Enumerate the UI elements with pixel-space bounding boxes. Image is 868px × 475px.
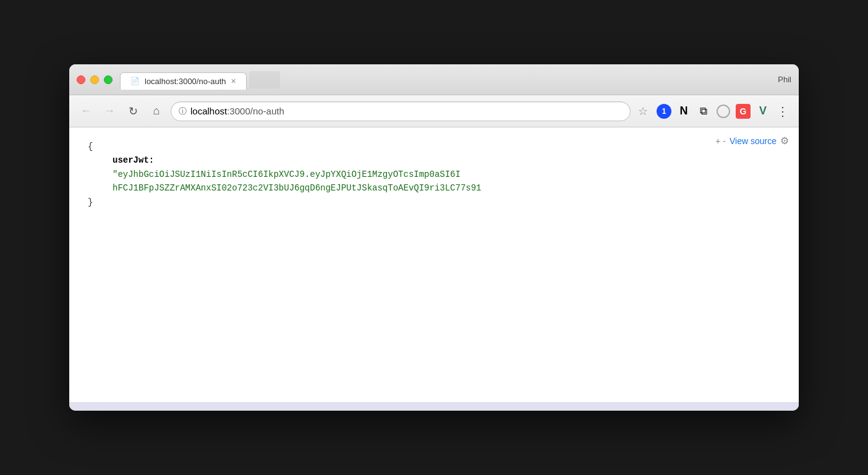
- circle-extension[interactable]: [715, 103, 732, 120]
- json-key: userJwt:: [113, 153, 154, 167]
- url-display: localhost:3000/no-auth: [190, 106, 623, 116]
- settings-icon[interactable]: ⚙: [780, 135, 789, 147]
- browser-window: 📄 localhost:3000/no-auth × Phil ← → ↻ ⌂ …: [69, 64, 799, 411]
- star-icon: ☆: [638, 105, 648, 118]
- active-tab[interactable]: 📄 localhost:3000/no-auth ×: [120, 72, 247, 90]
- grammarly-extension[interactable]: G: [734, 103, 752, 120]
- new-tab-ghost: [249, 71, 280, 88]
- home-icon: ⌂: [153, 105, 160, 118]
- nav-bar: ← → ↻ ⌂ ⓘ localhost:3000/no-auth ☆ 1 N: [69, 95, 799, 127]
- notion-icon: N: [680, 105, 688, 118]
- title-bar: 📄 localhost:3000/no-auth × Phil: [69, 64, 799, 95]
- more-menu-button[interactable]: ⋮: [774, 103, 791, 120]
- tab-title: localhost:3000/no-auth: [145, 77, 226, 86]
- tab-close-button[interactable]: ×: [231, 77, 236, 85]
- url-path: :3000/no-auth: [227, 106, 284, 116]
- json-toolbar: + - View source ⚙: [715, 135, 789, 147]
- collapse-icon: -: [723, 136, 726, 146]
- expand-icon[interactable]: +: [715, 136, 720, 146]
- refresh-button[interactable]: ↻: [124, 102, 142, 121]
- notion-extension[interactable]: N: [675, 103, 692, 120]
- copy-icon: ⧉: [700, 105, 707, 118]
- 1password-icon: 1: [657, 104, 671, 119]
- traffic-lights: [77, 75, 113, 84]
- back-icon: ←: [80, 105, 91, 118]
- tab-bar: 📄 localhost:3000/no-auth ×: [120, 71, 778, 88]
- json-open-brace-line: {: [88, 140, 780, 153]
- copy-extension[interactable]: ⧉: [695, 103, 712, 120]
- info-icon: ⓘ: [179, 106, 187, 117]
- grammarly-icon: G: [736, 104, 751, 119]
- view-source-button[interactable]: View source: [730, 136, 777, 146]
- minimize-button[interactable]: [90, 75, 99, 84]
- jwt-value-line1: "eyJhbGciOiJSUzI1NiIsInR5cCI6IkpXVCJ9.ey…: [113, 168, 461, 181]
- forward-icon: →: [104, 105, 115, 118]
- horizontal-scrollbar[interactable]: [69, 402, 799, 411]
- vimium-extension[interactable]: V: [754, 103, 772, 120]
- open-brace: {: [88, 140, 93, 153]
- json-value-line-2: hFCJ1BFpJSZZrAMXAnxSI02o723c2VI3bUJ6gqD6…: [88, 181, 780, 195]
- profile-name: Phil: [778, 75, 791, 84]
- refresh-icon: ↻: [129, 105, 138, 118]
- forward-button[interactable]: →: [100, 102, 119, 121]
- bookmark-button[interactable]: ☆: [638, 105, 648, 118]
- home-button[interactable]: ⌂: [147, 102, 166, 121]
- address-bar[interactable]: ⓘ localhost:3000/no-auth: [171, 101, 631, 121]
- url-host: localhost: [190, 106, 227, 116]
- close-brace: }: [88, 195, 93, 209]
- json-key-line: userJwt:: [88, 153, 780, 167]
- json-close-brace-line: }: [88, 195, 780, 209]
- maximize-button[interactable]: [104, 75, 113, 84]
- jwt-value-line2: hFCJ1BFpJSZZrAMXAnxSI02o723c2VI3bUJ6gqD6…: [113, 181, 482, 195]
- json-viewer: { userJwt: "eyJhbGciOiJSUzI1NiIsInR5cCI6…: [69, 127, 799, 221]
- extensions-bar: 1 N ⧉ G V ⋮: [655, 103, 791, 120]
- circle-icon: [717, 105, 730, 118]
- json-controls: + -: [715, 136, 726, 146]
- vimium-icon: V: [759, 105, 767, 118]
- content-area: + - View source ⚙ { userJwt: "eyJhbGciOi…: [69, 127, 799, 402]
- tab-page-icon: 📄: [130, 77, 140, 85]
- 1password-extension[interactable]: 1: [655, 103, 673, 120]
- more-dots-icon: ⋮: [777, 104, 789, 119]
- json-value-line-1: "eyJhbGciOiJSUzI1NiIsInR5cCI6IkpXVCJ9.ey…: [88, 168, 780, 181]
- back-button[interactable]: ←: [77, 102, 95, 121]
- close-button[interactable]: [77, 75, 85, 84]
